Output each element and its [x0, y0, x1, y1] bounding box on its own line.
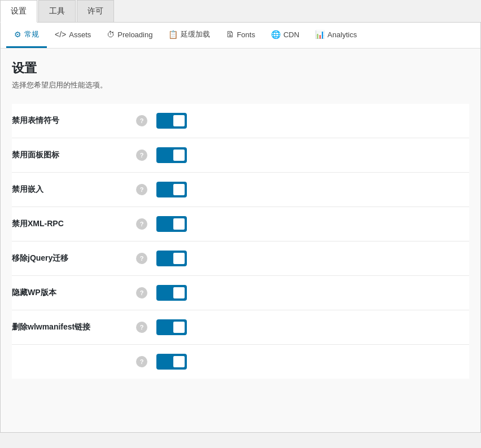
setting-label-0: 禁用表情符号 — [12, 116, 136, 126]
toggle-switch-5[interactable] — [156, 285, 187, 301]
toggle-track-4 — [156, 251, 187, 266]
sub-nav-item-6[interactable]: 📊Analytics — [307, 23, 365, 47]
setting-help-icon-6[interactable]: ? — [136, 322, 147, 333]
setting-row-5: 隐藏WP版本? — [12, 276, 469, 310]
toggle-switch-6[interactable] — [156, 319, 187, 335]
setting-label-2: 禁用嵌入 — [12, 185, 136, 195]
top-tab-2[interactable]: 许可 — [77, 0, 114, 22]
sub-nav-label-5: CDN — [283, 30, 299, 39]
toggle-thumb-4 — [173, 253, 185, 264]
toggle-switch-4[interactable] — [156, 251, 187, 266]
nav-icon-3: 📋 — [168, 30, 178, 39]
nav-icon-1: </> — [55, 30, 66, 39]
sub-nav-label-2: Preloading — [117, 30, 152, 39]
page-title: 设置 — [12, 60, 469, 77]
sub-nav-item-5[interactable]: 🌐CDN — [263, 23, 307, 47]
setting-help-icon-3[interactable]: ? — [136, 218, 147, 230]
top-tabs: 设置工具许可 — [0, 0, 481, 23]
sub-nav-item-4[interactable]: 🖻Fonts — [218, 23, 263, 47]
toggle-switch-0[interactable] — [156, 113, 187, 129]
sub-nav-item-1[interactable]: </>Assets — [47, 23, 99, 47]
setting-label-3: 禁用XML-RPC — [12, 219, 136, 229]
setting-row-6: 删除wlwmanifest链接? — [12, 310, 469, 345]
setting-label-6: 删除wlwmanifest链接 — [12, 322, 136, 332]
nav-icon-5: 🌐 — [271, 30, 281, 39]
setting-row-1: 禁用面板图标? — [12, 138, 469, 173]
sub-nav-label-6: Analytics — [327, 30, 357, 39]
main-container: ⚙常规</>Assets⏱Preloading📋延缓加载🖻Fonts🌐CDN📊A… — [0, 23, 481, 433]
toggle-track-6 — [156, 319, 187, 335]
sub-nav-item-3[interactable]: 📋延缓加载 — [160, 23, 218, 48]
toggle-thumb-7 — [173, 356, 185, 367]
setting-help-icon-7[interactable]: ? — [136, 356, 147, 367]
sub-nav-label-1: Assets — [69, 30, 91, 39]
toggle-track-2 — [156, 182, 187, 197]
toggle-switch-1[interactable] — [156, 147, 187, 163]
toggle-thumb-6 — [173, 322, 185, 333]
main-content: 设置 选择您希望启用的性能选项。 禁用表情符号?禁用面板图标?禁用嵌入?禁用XM… — [1, 49, 480, 432]
setting-label-5: 隐藏WP版本 — [12, 288, 136, 298]
top-tab-0[interactable]: 设置 — [0, 0, 37, 23]
page-subtitle: 选择您希望启用的性能选项。 — [12, 80, 469, 90]
sub-nav: ⚙常规</>Assets⏱Preloading📋延缓加载🖻Fonts🌐CDN📊A… — [1, 23, 480, 49]
setting-label-4: 移除jQuery迁移 — [12, 253, 136, 263]
setting-help-icon-1[interactable]: ? — [136, 150, 147, 161]
sub-nav-label-3: 延缓加载 — [181, 29, 210, 39]
setting-row-3: 禁用XML-RPC? — [12, 207, 469, 241]
setting-help-icon-0[interactable]: ? — [136, 115, 147, 126]
toggle-switch-3[interactable] — [156, 216, 187, 232]
nav-icon-2: ⏱ — [107, 30, 115, 39]
setting-help-icon-4[interactable]: ? — [136, 253, 147, 264]
toggle-switch-7[interactable] — [156, 354, 187, 370]
sub-nav-item-2[interactable]: ⏱Preloading — [99, 23, 160, 47]
sub-nav-label-0: 常规 — [24, 29, 39, 39]
toggle-track-1 — [156, 147, 187, 163]
setting-row-2: 禁用嵌入? — [12, 173, 469, 207]
setting-help-icon-5[interactable]: ? — [136, 287, 147, 298]
setting-label-1: 禁用面板图标 — [12, 150, 136, 160]
toggle-thumb-3 — [173, 218, 185, 230]
toggle-switch-2[interactable] — [156, 182, 187, 197]
toggle-thumb-5 — [173, 287, 185, 298]
toggle-thumb-0 — [173, 115, 185, 126]
toggle-thumb-1 — [173, 150, 185, 161]
toggle-track-7 — [156, 354, 187, 370]
nav-icon-0: ⚙ — [14, 30, 21, 39]
toggle-track-0 — [156, 113, 187, 129]
sub-nav-item-0[interactable]: ⚙常规 — [6, 23, 47, 48]
settings-list: 禁用表情符号?禁用面板图标?禁用嵌入?禁用XML-RPC?移除jQuery迁移?… — [12, 104, 469, 379]
sub-nav-label-4: Fonts — [237, 30, 255, 39]
toggle-thumb-2 — [173, 184, 185, 195]
toggle-track-5 — [156, 285, 187, 301]
setting-row-0: 禁用表情符号? — [12, 104, 469, 138]
top-tab-1[interactable]: 工具 — [38, 0, 76, 22]
setting-help-icon-2[interactable]: ? — [136, 184, 147, 195]
setting-row-4: 移除jQuery迁移? — [12, 241, 469, 276]
setting-row-7: ? — [12, 345, 469, 379]
nav-icon-6: 📊 — [315, 30, 325, 39]
toggle-track-3 — [156, 216, 187, 232]
nav-icon-4: 🖻 — [226, 30, 234, 39]
